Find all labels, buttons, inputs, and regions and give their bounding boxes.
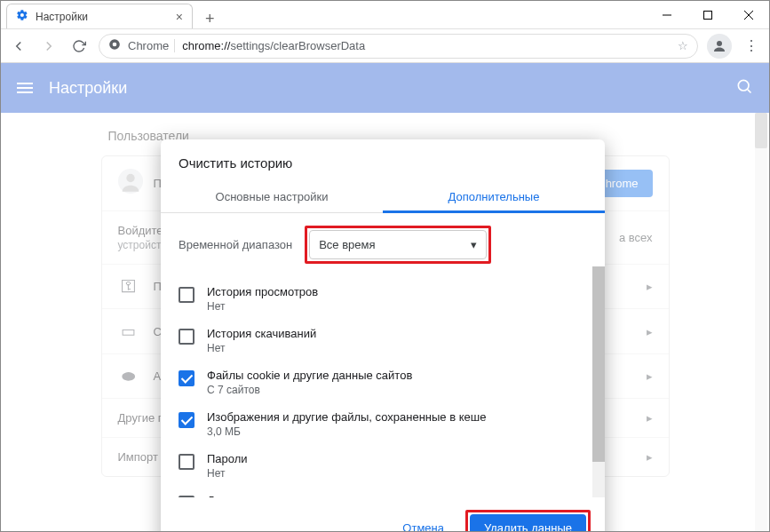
clear-item-text: История просмотровНет	[207, 285, 318, 313]
clear-item-text: Файлы cookie и другие данные сайтовС 7 с…	[207, 369, 412, 396]
clear-item-row[interactable]: ПаролиНет	[179, 445, 598, 487]
time-range-row: Временной диапазон Все время ▾	[179, 226, 598, 264]
checkbox[interactable]	[179, 496, 194, 497]
clear-item-row[interactable]: История скачиванийНет	[179, 320, 598, 361]
checkbox[interactable]	[179, 412, 194, 428]
checkbox[interactable]	[179, 287, 194, 303]
svg-point-5	[113, 43, 117, 47]
dialog-body: Временной диапазон Все время ▾ История п…	[161, 213, 605, 497]
tab-close-icon[interactable]: ×	[176, 10, 183, 24]
confirm-button-highlight: Удалить данные	[465, 510, 591, 532]
clear-items-list: История просмотровНетИстория скачиванийН…	[179, 278, 598, 497]
dropdown-arrow-icon: ▾	[471, 238, 477, 251]
clear-item-text: Данные для автозаполнения	[207, 494, 361, 497]
window-maximize-button[interactable]	[687, 1, 728, 29]
window-minimize-button[interactable]	[647, 1, 687, 29]
clear-item-text: ПаролиНет	[207, 452, 248, 480]
checkbox[interactable]	[179, 370, 194, 386]
time-range-value: Все время	[319, 238, 375, 251]
checkbox[interactable]	[179, 454, 194, 470]
browser-toolbar: Chrome chrome://settings/clearBrowserDat…	[1, 29, 769, 63]
tab-title: Настройки	[36, 11, 169, 23]
clear-item-row[interactable]: История просмотровНет	[179, 278, 598, 320]
clear-item-row[interactable]: Файлы cookie и другие данные сайтовС 7 с…	[179, 361, 598, 403]
cancel-button[interactable]: Отмена	[390, 514, 456, 532]
time-range-select[interactable]: Все время ▾	[309, 230, 487, 259]
profile-avatar-button[interactable]	[707, 34, 732, 59]
dialog-title: Очистить историю	[161, 139, 605, 181]
checkbox[interactable]	[179, 329, 194, 345]
time-range-highlight: Все время ▾	[305, 226, 491, 264]
clear-item-row[interactable]: Изображения и другие файлы, сохраненные …	[179, 403, 598, 445]
svg-point-6	[717, 41, 722, 46]
window-controls	[647, 1, 769, 29]
nav-reload-button[interactable]	[68, 36, 90, 57]
nav-forward-button[interactable]	[38, 36, 60, 57]
address-url: chrome://settings/clearBrowserData	[182, 39, 365, 52]
address-bar[interactable]: Chrome chrome://settings/clearBrowserDat…	[99, 34, 698, 59]
address-product-label: Chrome	[128, 39, 175, 52]
kebab-menu-button[interactable]: ⋮	[741, 36, 762, 57]
window-titlebar: Настройки × +	[1, 1, 769, 29]
dialog-footer: Отмена Удалить данные	[161, 497, 605, 532]
clear-item-row[interactable]: Данные для автозаполнения	[179, 487, 598, 497]
clear-item-text: Изображения и другие файлы, сохраненные …	[207, 410, 486, 438]
time-range-label: Временной диапазон	[179, 238, 292, 251]
window-close-button[interactable]	[728, 1, 769, 29]
svg-rect-1	[704, 11, 712, 19]
settings-page: Настройки Пользователи П Chrome Войдите …	[1, 63, 769, 532]
tab-advanced[interactable]: Дополнительные	[383, 181, 605, 212]
browser-tab-active[interactable]: Настройки ×	[6, 4, 193, 28]
chrome-product-icon	[108, 38, 121, 53]
tab-strip: Настройки × +	[1, 1, 647, 28]
new-tab-button[interactable]: +	[200, 10, 220, 28]
clear-browsing-data-dialog: Очистить историю Основные настройки Допо…	[161, 139, 605, 532]
dialog-scrollbar[interactable]	[592, 266, 605, 497]
dialog-tabs: Основные настройки Дополнительные	[161, 181, 605, 213]
nav-back-button[interactable]	[8, 36, 29, 57]
settings-gear-icon	[16, 9, 28, 24]
clear-item-text: История скачиванийНет	[207, 327, 316, 354]
tab-basic[interactable]: Основные настройки	[161, 181, 383, 212]
clear-data-button[interactable]: Удалить данные	[470, 514, 586, 532]
bookmark-star-icon[interactable]: ☆	[678, 39, 688, 52]
